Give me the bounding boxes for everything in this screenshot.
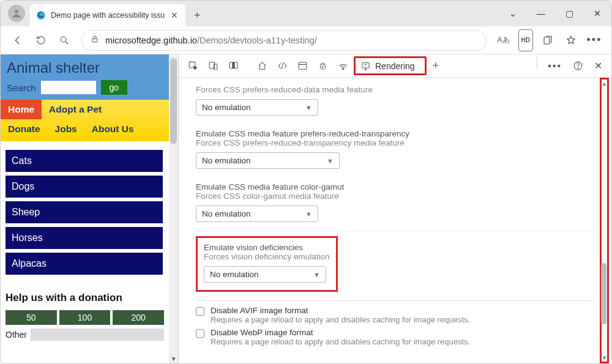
donate-200[interactable]: 200 [113, 310, 164, 325]
maximize-button[interactable]: ▢ [555, 1, 583, 26]
rendering-pane: Forces CSS prefers-reduced-data media fe… [179, 78, 611, 363]
disable-webp-checkbox[interactable] [196, 329, 204, 338]
disable-webp-label: Disable WebP image format Requires a pag… [211, 328, 470, 346]
titlebar: Demo page with accessibility issu ✕ + ⌄ … [1, 1, 611, 26]
tab-close-icon[interactable]: ✕ [170, 10, 179, 20]
section-title: Emulate CSS media feature color-gamut [196, 182, 594, 191]
window-controls: ⌄ — ▢ ✕ [499, 1, 611, 26]
profile-avatar[interactable] [8, 5, 25, 22]
elements-tab-icon[interactable] [273, 57, 292, 75]
category-list: Cats Dogs Sheep Horses Alpacas [1, 141, 169, 281]
minimize-button[interactable]: — [527, 1, 555, 26]
read-aloud-icon[interactable]: Aあ [493, 29, 515, 51]
donate-100[interactable]: 100 [59, 310, 111, 325]
donate-50[interactable]: 50 [6, 310, 57, 325]
application-tab-icon[interactable] [293, 57, 312, 75]
edge-favicon-icon [36, 10, 46, 20]
tab-title: Demo page with accessibility issu [51, 11, 165, 20]
svg-rect-9 [232, 62, 234, 69]
separator [537, 56, 537, 70]
help-icon[interactable] [569, 56, 588, 75]
search-icon[interactable] [53, 29, 75, 51]
new-tab-button[interactable]: + [188, 6, 206, 24]
chevron-down-icon: ▼ [313, 271, 320, 278]
page-title: Animal shelter [7, 59, 163, 76]
color-gamut-dropdown[interactable]: No emulation▼ [196, 206, 318, 222]
nav-about[interactable]: About Us [84, 119, 141, 139]
lock-icon [91, 35, 99, 46]
chevron-down-icon: ▼ [305, 210, 312, 218]
reduced-transparency-dropdown[interactable]: No emulation▼ [196, 152, 340, 169]
scroll-down-icon[interactable]: ▼ [602, 354, 607, 362]
inspect-icon[interactable] [184, 57, 203, 75]
search-label: Search [7, 83, 36, 93]
main-nav: Home Adopt a Pet Donate Jobs About Us [1, 100, 169, 141]
nav-adopt[interactable]: Adopt a Pet [42, 100, 109, 119]
devtools-close-icon[interactable]: ✕ [590, 56, 606, 75]
chevron-down-icon[interactable]: ⌄ [499, 1, 527, 26]
devtools-more-icon[interactable]: ••• [543, 56, 566, 75]
svg-point-12 [343, 69, 343, 69]
devtools-panel: Rendering + ••• ✕ Forces CSS prefers-red… [178, 54, 611, 363]
donation-heading: Help us with a donation [6, 292, 164, 304]
svg-point-15 [578, 67, 578, 68]
search-input[interactable] [41, 81, 96, 94]
vision-deficiency-highlight: Emulate vision deficiencies Forces visio… [196, 236, 338, 292]
cat-dogs[interactable]: Dogs [6, 176, 163, 198]
screencast-icon[interactable] [224, 57, 243, 75]
section-sub: Forces CSS color-gamut media feature [196, 191, 594, 201]
close-window-button[interactable]: ✕ [583, 1, 611, 26]
browser-tab[interactable]: Demo page with accessibility issu ✕ [30, 4, 185, 26]
section-title: Emulate CSS media feature prefers-reduce… [196, 129, 594, 138]
cat-sheep[interactable]: Sheep [6, 201, 163, 223]
other-label: Other [6, 330, 27, 340]
scroll-up-icon[interactable]: ▲ [602, 80, 607, 87]
section-sub: Forces CSS prefers-reduced-transparency … [196, 138, 594, 147]
refresh-button[interactable] [30, 29, 52, 51]
section-sub: Forces CSS prefers-reduced-data media fe… [196, 85, 594, 94]
svg-point-2 [61, 37, 66, 42]
scroll-thumb[interactable] [601, 263, 606, 324]
more-tabs-button[interactable]: + [428, 57, 444, 75]
address-field[interactable]: microsoftedge.github.io/Demos/devtools-a… [81, 30, 487, 51]
disable-avif-checkbox[interactable] [196, 307, 204, 316]
cat-alpacas[interactable]: Alpacas [6, 253, 163, 275]
url-bar: microsoftedge.github.io/Demos/devtools-a… [1, 26, 611, 54]
page-scrollbar[interactable]: ▲ ▼ [169, 54, 178, 363]
sources-tab-icon[interactable] [313, 57, 332, 75]
favorite-star-icon[interactable] [560, 29, 582, 51]
devtools-scrollbar[interactable]: ▲ ▼ [600, 78, 609, 363]
go-button[interactable]: go [101, 80, 128, 95]
section-title: Emulate vision deficiencies [204, 243, 330, 252]
rendering-tab-label: Rendering [375, 61, 415, 71]
nav-donate[interactable]: Donate [1, 119, 48, 139]
nav-jobs[interactable]: Jobs [48, 119, 84, 139]
svg-rect-3 [92, 39, 97, 42]
more-menu-icon[interactable]: ••• [583, 29, 605, 51]
welcome-tab-icon[interactable] [253, 57, 272, 75]
page-viewport: Animal shelter Search go Home Adopt a Pe… [1, 54, 178, 363]
page-header: Animal shelter Search go [1, 54, 169, 100]
disable-avif-label: Disable AVIF image format Requires a pag… [211, 306, 470, 324]
network-tab-icon[interactable] [334, 57, 353, 75]
rendering-tab[interactable]: Rendering [354, 56, 427, 75]
devtools-tabbar: Rendering + ••• ✕ [179, 54, 611, 78]
scroll-thumb[interactable] [170, 58, 177, 144]
device-toggle-icon[interactable] [204, 57, 223, 75]
reduced-data-dropdown[interactable]: No emulation▼ [196, 99, 318, 116]
svg-rect-10 [299, 62, 307, 69]
chevron-down-icon: ▼ [327, 157, 334, 165]
svg-point-0 [15, 10, 18, 13]
cat-cats[interactable]: Cats [6, 150, 163, 172]
cat-horses[interactable]: Horses [6, 227, 163, 249]
url-text: microsoftedge.github.io/Demos/devtools-a… [105, 35, 317, 45]
collections-icon[interactable] [537, 29, 559, 51]
back-button[interactable] [7, 29, 29, 51]
other-amount-input[interactable] [31, 329, 164, 341]
chevron-down-icon: ▼ [305, 104, 312, 111]
section-sub: Forces vision deficiency emulation [204, 252, 330, 261]
vision-deficiency-dropdown[interactable]: No emulation▼ [204, 266, 326, 283]
nav-home[interactable]: Home [1, 100, 42, 119]
hd-icon[interactable]: HD [518, 29, 533, 51]
scroll-down-icon[interactable]: ▼ [169, 354, 178, 363]
